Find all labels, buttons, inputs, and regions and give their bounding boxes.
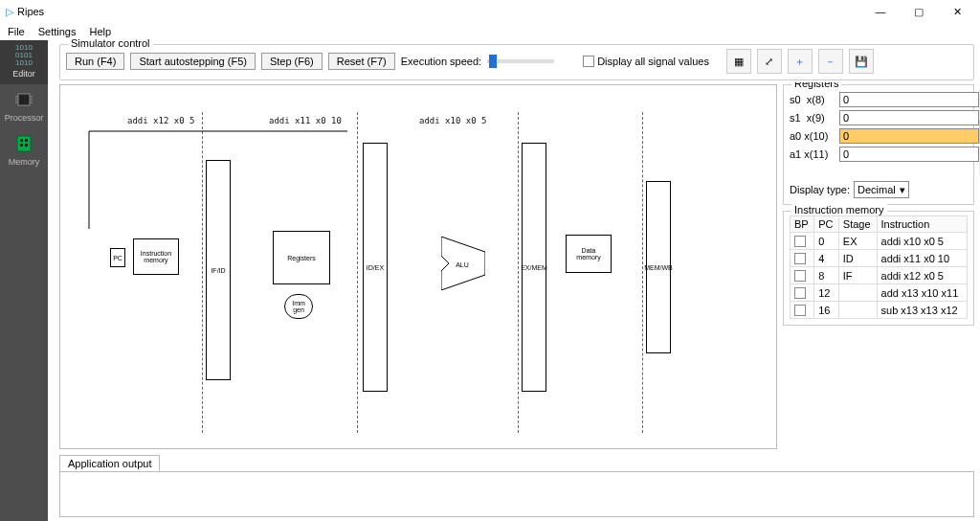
register-row: a0 x(10) — [790, 128, 979, 144]
chevron-down-icon: ▾ — [900, 184, 905, 196]
sidebar-item-memory[interactable]: Memory — [0, 128, 48, 172]
col-pc[interactable]: PC — [814, 216, 839, 233]
sidebar: 101001011010 Editor Processor Memory — [0, 40, 48, 521]
application-output-box[interactable] — [59, 471, 974, 517]
breakpoint-checkbox[interactable] — [794, 270, 806, 282]
plus-icon: ＋ — [794, 55, 805, 69]
menu-settings[interactable]: Settings — [38, 26, 77, 37]
app-title: Ripes — [17, 6, 44, 17]
svg-rect-9 — [25, 139, 28, 142]
registers-block: Registers — [273, 231, 330, 284]
col-stage[interactable]: Stage — [838, 216, 877, 233]
group-label: Instruction memory — [791, 204, 887, 215]
table-row: 0EXaddi x10 x0 5 — [791, 233, 968, 250]
memwb-block: MEM/WB — [646, 181, 671, 353]
table-row: 12add x13 x10 x11 — [791, 284, 968, 302]
group-label: Simulator control — [68, 37, 153, 49]
expand-icon: ⤢ — [765, 56, 773, 68]
sidebar-item-label: Processor — [0, 113, 48, 123]
reset-button[interactable]: Reset (F7) — [328, 53, 395, 70]
exmem-block: EX/MEM — [522, 143, 546, 392]
svg-rect-7 — [17, 136, 31, 151]
run-button[interactable]: Run (F4) — [66, 53, 124, 70]
save-icon: 💾 — [855, 56, 868, 68]
memory-icon — [11, 132, 36, 155]
save-button[interactable]: 💾 — [849, 49, 874, 74]
step-button[interactable]: Step (F6) — [261, 53, 323, 70]
maximize-button[interactable]: ▢ — [905, 2, 932, 21]
sidebar-item-label: Editor — [0, 69, 48, 79]
register-row: s0 x(8) — [790, 92, 979, 107]
table-row: 16sub x13 x13 x12 — [791, 302, 968, 319]
editor-icon: 101001011010 — [11, 44, 36, 67]
speed-slider[interactable] — [487, 59, 554, 63]
breakpoint-checkbox[interactable] — [794, 305, 806, 316]
display-all-checkbox[interactable]: Display all signal values — [583, 56, 709, 67]
register-row: s1 x(9) — [790, 110, 979, 125]
idex-block: ID/EX — [363, 143, 388, 392]
breakpoint-checkbox[interactable] — [794, 287, 806, 299]
svg-text:ALU: ALU — [456, 261, 469, 268]
register-value-input[interactable] — [839, 110, 979, 125]
menu-help[interactable]: Help — [89, 26, 111, 37]
fit-view-button[interactable]: ⤢ — [757, 49, 782, 74]
menu-file[interactable]: File — [8, 26, 25, 37]
zoom-out-button[interactable]: － — [818, 49, 843, 74]
app-icon: ▷ — [6, 6, 13, 18]
display-type-select[interactable]: Decimal▾ — [854, 181, 909, 198]
dmem-block: Data memory — [566, 235, 612, 273]
breakpoint-checkbox[interactable] — [794, 236, 806, 247]
table-row: 4IDaddi x11 x0 10 — [791, 250, 968, 267]
register-value-input[interactable] — [839, 92, 979, 107]
pc-block: PC — [110, 248, 125, 267]
svg-rect-0 — [18, 94, 30, 105]
group-label: Registers — [791, 82, 841, 89]
display-type-label: Display type: — [790, 184, 850, 195]
immgen-block: Imm gen — [284, 294, 313, 319]
col-bp[interactable]: BP — [791, 216, 814, 233]
pipeline-diagram[interactable]: addi x12 x0 5 addi x11 x0 10 addi x10 x0… — [59, 84, 777, 449]
autostep-button[interactable]: Start autostepping (F5) — [130, 53, 256, 70]
application-output-panel: Application output — [59, 455, 974, 517]
table-row: 8IFaddi x12 x0 5 — [791, 267, 968, 284]
table-view-button[interactable]: ▦ — [726, 49, 751, 74]
zoom-in-button[interactable]: ＋ — [788, 49, 813, 74]
processor-icon — [11, 88, 36, 111]
register-value-input[interactable] — [839, 128, 979, 144]
minimize-button[interactable]: — — [867, 2, 894, 21]
instruction-memory-table: BP PC Stage Instruction 0EXaddi x10 x0 5… — [790, 215, 968, 319]
sidebar-item-editor[interactable]: 101001011010 Editor — [0, 40, 48, 84]
grid-icon: ▦ — [734, 56, 744, 68]
svg-rect-10 — [20, 144, 23, 147]
register-value-input[interactable] — [839, 147, 979, 162]
imem-block: Instruction memory — [133, 238, 179, 275]
close-button[interactable]: ✕ — [944, 2, 970, 21]
stage-ex-label: addi x10 x0 5 — [419, 116, 486, 125]
sidebar-item-label: Memory — [0, 157, 48, 167]
col-instruction[interactable]: Instruction — [877, 216, 967, 233]
speed-label: Execution speed: — [401, 56, 481, 67]
svg-rect-8 — [20, 139, 23, 142]
tab-application-output[interactable]: Application output — [59, 455, 160, 471]
instruction-memory-group: Instruction memory BP PC Stage Instructi… — [783, 211, 974, 326]
registers-group: Registers s0 x(8) s1 x(9) a0 x(10) a1 x(… — [783, 84, 974, 205]
alu-block: ALU — [441, 237, 485, 292]
sidebar-item-processor[interactable]: Processor — [0, 84, 48, 128]
minus-icon: － — [825, 55, 835, 69]
register-row: a1 x(11) — [790, 147, 979, 162]
breakpoint-checkbox[interactable] — [794, 253, 806, 264]
svg-rect-11 — [25, 144, 28, 147]
simulator-control-group: Simulator control Run (F4) Start autoste… — [59, 44, 974, 80]
